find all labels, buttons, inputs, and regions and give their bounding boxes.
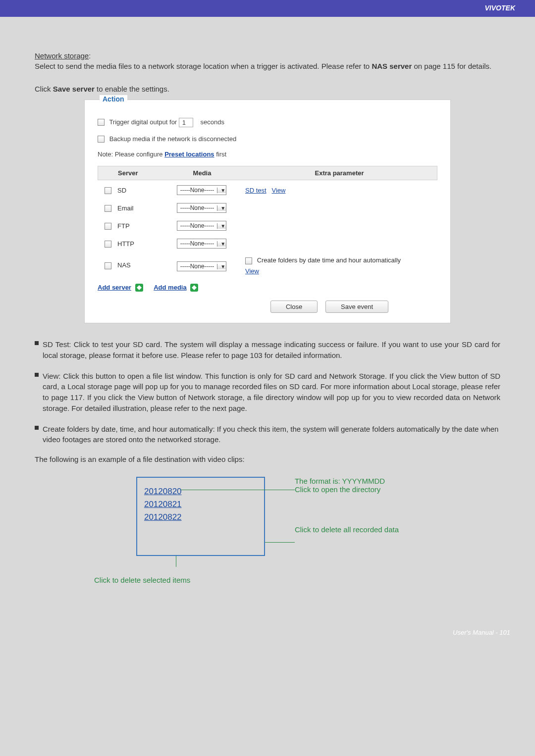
text: Select to send the media files to a netw…	[35, 62, 372, 70]
trigger-seconds-input[interactable]: 1	[179, 118, 193, 127]
preset-locations-link[interactable]: Preset locations	[164, 151, 214, 158]
chevron-down-icon: ▼	[217, 223, 226, 229]
sd-view-link[interactable]: View	[271, 187, 285, 194]
bullet-create-folders-text: Create folders by date, time, and hour a…	[43, 424, 500, 446]
save-server-ref: Save server	[53, 85, 95, 93]
nas-create-folders-label: Create folders by date time and hour aut…	[257, 256, 401, 264]
nas-label: NAS	[117, 256, 162, 269]
note-text-a: Note: Please configure	[98, 151, 164, 158]
folder-link-3[interactable]: 20120822	[144, 512, 257, 522]
bullet-sd-test: SD Test: Click to test your SD card. The…	[35, 338, 500, 361]
text: on page 115 for details.	[412, 62, 491, 70]
folder-link-1[interactable]: 20120820	[144, 487, 257, 497]
chevron-down-icon: ▼	[217, 241, 226, 247]
email-media-value: -----None-----	[177, 204, 217, 211]
col-extra: Extra parameter	[242, 169, 437, 177]
bullet-view: View: Click this button to open a file l…	[35, 370, 500, 414]
row-sd: SD -----None-----▼ SD test View	[98, 180, 437, 198]
chevron-down-icon: ▼	[217, 205, 226, 211]
callouts: The format is: YYYYMMDD Click to open th…	[295, 477, 399, 534]
http-checkbox[interactable]	[105, 241, 111, 248]
nas-media-select[interactable]: -----None-----▼	[177, 261, 227, 271]
action-panel: Action Trigger digital output for 1 seco…	[84, 100, 451, 324]
sd-media-select[interactable]: -----None-----▼	[177, 185, 227, 195]
chevron-down-icon: ▼	[217, 264, 226, 269]
sd-test-link[interactable]: SD test	[245, 187, 267, 194]
callout-line-3	[176, 556, 176, 567]
add-server-icon[interactable]	[135, 284, 143, 292]
backup-row: Backup media if the network is disconnec…	[98, 135, 437, 143]
save-server-instruction: Click Save server to enable the settings…	[35, 84, 500, 95]
row-email: Email -----None-----▼	[98, 198, 437, 216]
sd-checkbox[interactable]	[105, 187, 111, 194]
backup-checkbox[interactable]	[98, 136, 105, 143]
button-row: Close Save event	[221, 301, 437, 313]
nas-server-ref: NAS server	[372, 62, 412, 70]
col-server: Server	[118, 169, 162, 177]
nas-create-folders-checkbox[interactable]	[245, 257, 252, 264]
trigger-row: Trigger digital output for 1 seconds	[98, 118, 437, 127]
sd-label: SD	[117, 187, 162, 194]
row-ftp: FTP -----None-----▼	[98, 216, 437, 234]
brand-text: VIVOTEK	[485, 4, 515, 12]
network-storage-desc: Select to send the media files to a netw…	[35, 61, 500, 72]
bullet-create-folders: Create folders by date, time, and hour a…	[35, 423, 500, 446]
header-bar: VIVOTEK	[0, 0, 535, 17]
note-row: Note: Please configure Preset locations …	[98, 151, 437, 158]
note-text-b: first	[214, 151, 227, 158]
bullet-view-text: View: Click this button to open a file l…	[43, 371, 500, 414]
email-checkbox[interactable]	[105, 205, 111, 212]
bullet-icon	[35, 341, 39, 345]
folder-list-box: 20120820 20120821 20120822	[136, 477, 265, 556]
col-media: Media	[162, 169, 242, 177]
network-storage-heading: Network storage	[35, 51, 89, 60]
text: Click	[35, 85, 53, 93]
callout-line-2	[265, 542, 295, 543]
http-media-value: -----None-----	[177, 240, 217, 247]
ftp-media-value: -----None-----	[177, 222, 217, 229]
email-label: Email	[117, 204, 162, 212]
chevron-down-icon: ▼	[217, 188, 226, 193]
callout-delete-all: Click to delete all recorded data	[295, 525, 399, 534]
close-button[interactable]: Close	[270, 301, 318, 313]
callout-line-1	[181, 490, 295, 490]
add-server-link[interactable]: Add server	[98, 284, 131, 291]
add-links-row: Add server Add media	[98, 284, 437, 292]
trigger-label-b: seconds	[201, 118, 224, 125]
bullet-icon	[35, 426, 39, 430]
nas-media-value: -----None-----	[177, 263, 217, 270]
backup-label: Backup media if the network is disconnec…	[109, 135, 237, 143]
add-media-link[interactable]: Add media	[154, 284, 186, 291]
row-nas: NAS -----None-----▼ Create folders by da…	[98, 252, 437, 278]
action-legend: Action	[100, 95, 127, 103]
ftp-label: FTP	[117, 222, 162, 230]
sd-media-value: -----None-----	[177, 187, 217, 194]
text: to enable the settings.	[95, 85, 169, 93]
http-label: HTTP	[117, 240, 162, 248]
ftp-media-select[interactable]: -----None-----▼	[177, 221, 227, 231]
row-http: HTTP -----None-----▼	[98, 234, 437, 252]
example-intro: The following is an example of a file de…	[35, 454, 500, 465]
callout-format: The format is: YYYYMMDD	[295, 477, 399, 485]
nas-view-link[interactable]: View	[245, 267, 259, 275]
bullet-icon	[35, 373, 39, 377]
bullet-sd-test-text: SD Test: Click to test your SD card. The…	[43, 339, 500, 361]
server-table-head: Server Media Extra parameter	[98, 166, 437, 180]
folder-link-2[interactable]: 20120821	[144, 500, 257, 509]
callout-open-dir: Click to open the directory	[295, 485, 399, 494]
http-media-select[interactable]: -----None-----▼	[177, 239, 227, 249]
trigger-label-a: Trigger digital output for	[109, 118, 177, 125]
page-footer: User's Manual - 101	[0, 604, 535, 648]
email-media-select[interactable]: -----None-----▼	[177, 203, 227, 213]
save-event-button[interactable]: Save event	[325, 301, 388, 313]
colon: :	[89, 52, 91, 60]
add-media-icon[interactable]	[190, 284, 198, 292]
nas-checkbox[interactable]	[105, 262, 111, 269]
callout-delete-selected: Click to delete selected items	[94, 576, 500, 584]
section-network-storage: Network storage: Select to send the medi…	[35, 51, 500, 95]
file-destination-diagram: 20120820 20120821 20120822 The format is…	[35, 477, 500, 556]
page-content: Network storage: Select to send the medi…	[0, 17, 535, 604]
ftp-checkbox[interactable]	[105, 223, 111, 230]
trigger-checkbox[interactable]	[98, 119, 105, 126]
